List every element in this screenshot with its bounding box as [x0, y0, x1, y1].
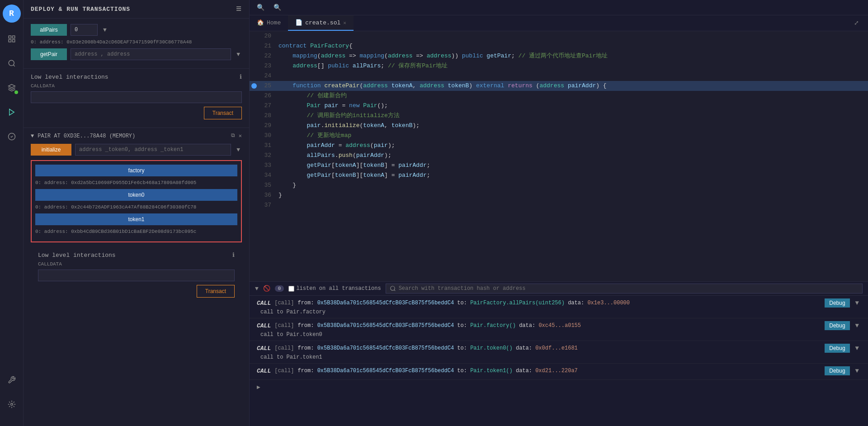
zoom-in-icon[interactable]: 🔍: [272, 3, 283, 12]
low-level-factory: Low level interactions ℹ CALLDATA Transa…: [24, 69, 249, 128]
listen-checkbox-input[interactable]: [288, 286, 294, 292]
deploy-icon[interactable]: [4, 80, 20, 96]
call-detail-1: from: 0x5B38Da6a701c568545dCfcB03FcB875f…: [297, 300, 821, 306]
console-collapse-btn[interactable]: ▼: [255, 285, 259, 292]
code-line-33: 33 getPair[tokenA][tokenB] = pairAddr;: [250, 161, 868, 170]
initialize-input[interactable]: [75, 144, 231, 156]
code-line-28: 28 // 调用新合约的initialize方法: [250, 111, 868, 121]
maximize-icon[interactable]: ⤢: [854, 19, 859, 27]
initialize-button[interactable]: initialize: [31, 144, 71, 156]
allpairs-dropdown[interactable]: ▼: [101, 25, 108, 35]
line-content-23: address[] public allPairs; // 保存所有Pair地址: [278, 61, 868, 71]
sub-call-1: call to Pair.factory: [257, 309, 861, 315]
getpair-button[interactable]: getPair: [31, 48, 67, 60]
debug-button-1[interactable]: Debug: [825, 298, 849, 308]
svg-point-4: [9, 60, 14, 66]
token1-result-button[interactable]: token1: [35, 213, 237, 225]
initialize-row: initialize ▼: [31, 144, 242, 156]
line-num-33: 33: [257, 161, 278, 170]
run-icon[interactable]: [4, 104, 20, 120]
line-content-24: [278, 71, 868, 81]
line-num-27: 27: [257, 101, 278, 111]
search-icon: [390, 285, 396, 292]
files-icon[interactable]: [4, 31, 20, 47]
pair-section: ▼ PAIR AT 0XD3E...78A48 (MEMORY) ⧉ ✕ ini…: [24, 128, 249, 310]
factory-contract-section: allPairs ▼ 0: address: 0xD3e2008b4Da2cD6…: [24, 19, 249, 69]
call-badge-1: CALL: [257, 300, 271, 307]
settings-icon[interactable]: [4, 396, 20, 412]
line-num-30: 30: [257, 131, 278, 141]
code-editor: 20 21 contract PairFactory{ 22 mapping(a…: [250, 31, 868, 281]
low-level-pair-info[interactable]: ℹ: [232, 251, 235, 259]
svg-marker-6: [9, 109, 14, 115]
line-num-31: 31: [257, 141, 278, 151]
line-content-35: }: [278, 180, 868, 190]
menu-icon[interactable]: ☰: [236, 5, 242, 13]
line-num-22: 22: [257, 51, 278, 61]
line-num-37: 37: [257, 200, 278, 210]
tab-create-sol[interactable]: 📄 create.sol ✕: [288, 15, 354, 31]
line-content-30: // 更新地址map: [278, 131, 868, 141]
console-expand-btn[interactable]: ▶: [250, 380, 868, 394]
allpairs-row: allPairs ▼: [31, 24, 242, 36]
pair-transact-button[interactable]: Transact: [197, 285, 235, 298]
svg-rect-2: [9, 40, 11, 42]
initialize-dropdown[interactable]: ▼: [235, 145, 242, 155]
pair-title: PAIR AT 0XD3E...78A48 (MEMORY): [38, 133, 135, 139]
panel-header-icons: ☰: [236, 5, 242, 13]
getpair-dropdown[interactable]: ▼: [235, 49, 242, 60]
pair-collapse[interactable]: ▼: [31, 133, 34, 139]
call-line-3: CALL [call] from: 0x5B38Da6a701c568545dC…: [257, 344, 861, 353]
line-num-32: 32: [257, 151, 278, 161]
debug-icon[interactable]: [4, 128, 20, 145]
line-num-36: 36: [257, 190, 278, 200]
close-icon[interactable]: ✕: [239, 133, 242, 139]
debug-button-4[interactable]: Debug: [825, 366, 849, 375]
call-line-4: CALL [call] from: 0x5B38Da6a701c568545dC…: [257, 366, 861, 375]
getpair-input[interactable]: [71, 48, 231, 60]
panel-title: DEPLOY & RUN TRANSACTIONS: [31, 6, 130, 13]
allpairs-input[interactable]: [71, 24, 98, 36]
line-content-33: getPair[tokenA][tokenB] = pairAddr;: [278, 161, 868, 170]
file-tab-close[interactable]: ✕: [343, 20, 346, 26]
debug-button-3[interactable]: Debug: [825, 344, 849, 353]
factory-transact-button[interactable]: Transact: [204, 107, 242, 119]
file-tab-icon: 📄: [295, 19, 302, 26]
code-line-20: 20: [250, 31, 868, 41]
low-level-factory-info[interactable]: ℹ: [240, 73, 242, 80]
debug-button-2[interactable]: Debug: [825, 321, 849, 330]
allpairs-button[interactable]: allPairs: [31, 24, 67, 36]
chevron-4[interactable]: ▼: [854, 366, 861, 375]
chevron-2[interactable]: ▼: [854, 321, 861, 330]
code-line-21: 21 contract PairFactory{: [250, 41, 868, 51]
chevron-3[interactable]: ▼: [854, 344, 861, 353]
low-level-pair-header: Low level interactions ℹ: [38, 251, 235, 259]
logo-icon: R: [3, 5, 21, 23]
call-line-2: CALL [call] from: 0x5B38Da6a701c568545dC…: [257, 321, 861, 330]
sidebar: R: [0, 0, 24, 426]
line-content-26: // 创建新合约: [278, 91, 868, 101]
console-search-input[interactable]: [399, 285, 859, 292]
line-num-24: 24: [257, 71, 278, 81]
factory-result-button[interactable]: factory: [35, 165, 237, 176]
zoom-out-icon[interactable]: 🔍: [255, 3, 266, 12]
search-icon[interactable]: [4, 55, 20, 71]
console-content: CALL [call] from: 0x5B38Da6a701c568545dC…: [250, 296, 868, 426]
pair-results-box: factory 0: address: 0xd2a5bC10698FD955D1…: [31, 160, 242, 242]
console-area: ▼ 🚫 0 listen on all transactions CALL [c…: [250, 281, 868, 426]
pair-calldata-input[interactable]: [38, 270, 235, 281]
copy-icon[interactable]: ⧉: [231, 133, 235, 139]
line-num-26: 26: [257, 91, 278, 101]
call-type-1: [call]: [274, 300, 294, 306]
main-content: 🔍 🔍 🏠 Home 📄 create.sol ✕ ⤢ 20 21 co: [250, 0, 868, 426]
code-line-37: 37: [250, 200, 868, 210]
console-clear-btn[interactable]: 🚫: [263, 285, 270, 292]
call-type-4: [call]: [274, 368, 294, 374]
wrench-icon[interactable]: [4, 372, 20, 388]
tab-home[interactable]: 🏠 Home: [250, 15, 288, 31]
token0-result-button[interactable]: token0: [35, 189, 237, 201]
code-line-23: 23 address[] public allPairs; // 保存所有Pai…: [250, 61, 868, 71]
factory-calldata-input[interactable]: [31, 91, 242, 103]
svg-rect-3: [12, 40, 14, 42]
chevron-1[interactable]: ▼: [854, 298, 861, 308]
